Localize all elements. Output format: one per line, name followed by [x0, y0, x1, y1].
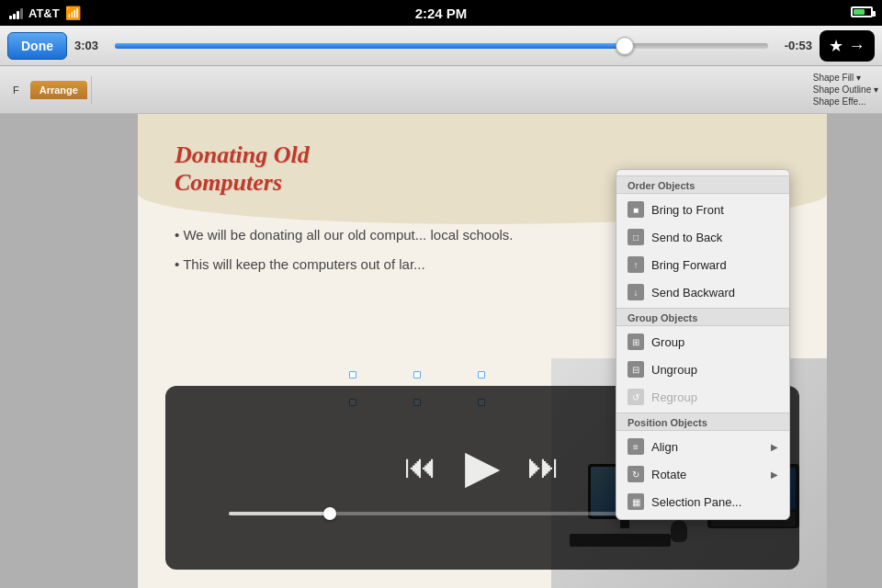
ribbon: F Arrange Shape Fill ▾ Shape Outline ▾ S… — [0, 66, 882, 114]
regroup-icon: ↺ — [628, 389, 644, 405]
align-item[interactable]: ≡ Align ▶ — [616, 433, 789, 460]
align-arrow: ▶ — [771, 442, 778, 452]
rotate-arrow: ▶ — [771, 469, 778, 480]
send-backward-item[interactable]: ↓ Send Backward — [616, 278, 789, 306]
slide-title: Donating Old Computers — [175, 141, 349, 197]
shape-fill-group: Shape Fill ▾ Shape Outline ▾ Shape Effe.… — [813, 73, 878, 107]
progress-bar[interactable] — [115, 43, 768, 49]
done-button[interactable]: Done — [7, 32, 67, 60]
selection-pane-item[interactable]: ▦ Selection Pane... — [616, 488, 789, 515]
send-backward-icon: ↓ — [628, 284, 644, 300]
time-remaining: -0:53 — [775, 39, 812, 52]
rotate-icon: ↻ — [628, 466, 644, 482]
regroup-item: ↺ Regroup — [616, 383, 789, 411]
bring-to-front-icon: ■ — [628, 201, 644, 218]
video-controls: ⏮ ▶ ⏭ — [404, 440, 560, 493]
toolbar: Done 3:03 -0:53 ★ → — [0, 26, 882, 66]
status-left: AT&T 📶 — [9, 6, 81, 20]
main-content: Donating Old Computers We will be donati… — [0, 114, 882, 588]
ribbon-separator — [91, 76, 92, 104]
selection-handle-tr[interactable] — [478, 371, 485, 379]
ungroup-item[interactable]: ⊟ Ungroup — [616, 356, 789, 383]
tab-file[interactable]: F — [4, 81, 28, 99]
play-button[interactable]: ▶ — [465, 440, 500, 493]
group-objects-header: Group Objects — [616, 308, 789, 326]
fast-forward-button[interactable]: ⏭ — [527, 447, 560, 486]
align-icon: ≡ — [628, 438, 644, 455]
progress-fill — [115, 43, 625, 49]
position-objects-header: Position Objects — [616, 413, 789, 431]
progress-thumb[interactable] — [616, 37, 634, 55]
star-button[interactable]: ★ → — [820, 30, 875, 62]
video-seek-thumb[interactable] — [323, 507, 336, 520]
status-right — [851, 6, 873, 20]
wifi-icon: 📶 — [65, 6, 81, 20]
ungroup-icon: ⊟ — [628, 361, 644, 378]
selection-handle-tm[interactable] — [413, 371, 421, 379]
selection-pane-icon: ▦ — [628, 493, 644, 510]
current-time: 3:03 — [74, 39, 107, 52]
status-time: 2:24 PM — [415, 6, 468, 21]
context-menu: Order Objects ■ Bring to Front □ Send to… — [616, 169, 790, 520]
bring-forward-item[interactable]: ↑ Bring Forward — [616, 251, 789, 278]
shape-outline-label[interactable]: Shape Outline ▾ — [813, 85, 878, 95]
order-objects-header: Order Objects — [616, 175, 789, 194]
send-to-back-icon: □ — [628, 229, 644, 245]
group-item[interactable]: ⊞ Group — [616, 328, 789, 356]
shape-effect-label[interactable]: Shape Effe... — [813, 96, 878, 107]
selection-handle-tl[interactable] — [349, 371, 356, 379]
bring-forward-icon: ↑ — [628, 256, 644, 273]
rewind-button[interactable]: ⏮ — [404, 447, 437, 486]
status-bar: AT&T 📶 2:24 PM — [0, 0, 882, 26]
shape-fill-label[interactable]: Shape Fill ▾ — [813, 73, 878, 83]
battery-icon — [851, 6, 873, 20]
send-to-back-item[interactable]: □ Send to Back — [616, 223, 789, 251]
signal-bars-icon — [9, 6, 23, 19]
ribbon-right-options: Shape Fill ▾ Shape Outline ▾ Shape Effe.… — [813, 73, 878, 107]
rotate-item[interactable]: ↻ Rotate ▶ — [616, 460, 789, 488]
tab-arrange[interactable]: Arrange — [30, 81, 87, 99]
video-seek-fill — [229, 512, 330, 515]
bring-to-front-item[interactable]: ■ Bring to Front — [616, 196, 789, 223]
star-icon: ★ → — [829, 36, 865, 56]
group-icon: ⊞ — [628, 334, 644, 350]
carrier-label: AT&T — [28, 6, 60, 20]
